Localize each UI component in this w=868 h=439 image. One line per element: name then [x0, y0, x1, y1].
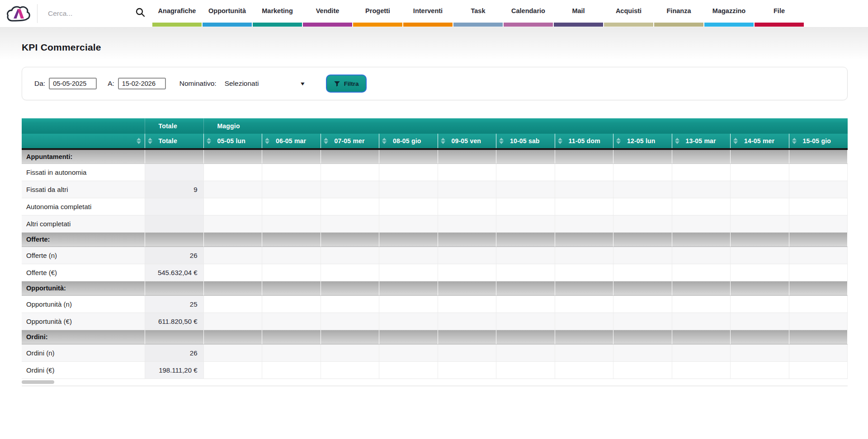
day-cell [672, 198, 731, 215]
column-header-label: 08-05 gio [393, 137, 421, 145]
nav-menu: AnagraficheOpportunitàMarketingVenditePr… [152, 0, 804, 28]
day-cell [789, 163, 848, 181]
column-header-label: 12-05 lun [627, 137, 656, 145]
search-input[interactable] [48, 6, 134, 21]
filtra-button[interactable]: Filtra [326, 75, 367, 93]
kpi-table-container: Totale Maggio Totale 05-05 lun06-05 mar0… [22, 118, 848, 386]
day-cell [789, 215, 848, 232]
day-cell [321, 295, 379, 313]
day-cell [262, 163, 321, 181]
column-header-label: 13-05 mar [686, 137, 716, 145]
nav-item-marketing[interactable]: Marketing [252, 0, 302, 28]
column-header-totale[interactable]: Totale [145, 134, 203, 149]
nav-item-label: Calendario [511, 7, 545, 21]
section-title: Offerte: [22, 232, 145, 247]
day-cell [613, 198, 672, 215]
column-header-06-05-mar[interactable]: 06-05 mar [262, 134, 321, 149]
day-cell [321, 313, 379, 330]
day-cell [613, 344, 672, 361]
nav-divider [37, 4, 38, 23]
day-cell [789, 344, 848, 361]
nominativo-select[interactable]: Selezionati ▼ [225, 79, 305, 88]
section-title: Opportunità: [22, 281, 145, 295]
nav-item-vendite[interactable]: Vendite [302, 0, 353, 28]
nav-item-underline [253, 23, 302, 27]
nav-item-calendario[interactable]: Calendario [503, 0, 553, 28]
nav-item-label: Finanza [667, 7, 691, 21]
nav-item-progetti[interactable]: Progetti [353, 0, 403, 28]
day-cell [321, 181, 379, 198]
nav-item-acquisti[interactable]: Acquisti [604, 0, 654, 28]
totale-value: 545.632,04 € [145, 264, 203, 281]
day-cell [731, 163, 789, 181]
search-icon[interactable] [135, 7, 146, 18]
section-cell [496, 330, 555, 344]
day-cell [496, 181, 555, 198]
nav-item-anagrafiche[interactable]: Anagrafiche [152, 0, 202, 28]
totale-value [145, 163, 203, 181]
sort-icon [733, 138, 738, 144]
totale-value: 26 [145, 247, 203, 264]
day-cell [262, 344, 321, 361]
nav-item-underline [554, 23, 603, 27]
date-from-input[interactable] [49, 78, 97, 89]
horizontal-scrollbar-thumb[interactable] [22, 380, 54, 384]
day-cell [379, 247, 438, 264]
day-cell [672, 313, 731, 330]
day-cell [438, 198, 496, 215]
date-to-input[interactable] [118, 78, 166, 89]
nav-item-task[interactable]: Task [453, 0, 503, 28]
day-cell [438, 181, 496, 198]
table-row-ordini-n: Ordini (n)26 [22, 344, 848, 361]
nav-item-mail[interactable]: Mail [553, 0, 604, 28]
nav-item-magazzino[interactable]: Magazzino [704, 0, 754, 28]
nav-item-label: Interventi [413, 7, 443, 21]
day-cell [262, 181, 321, 198]
column-header-10-05-sab[interactable]: 10-05 sab [496, 134, 555, 149]
day-cell [672, 344, 731, 361]
day-cell [613, 181, 672, 198]
section-cell [731, 281, 789, 295]
column-header-12-05-lun[interactable]: 12-05 lun [613, 134, 672, 149]
day-cell [438, 361, 496, 378]
section-cell [438, 330, 496, 344]
nav-item-finanza[interactable]: Finanza [654, 0, 704, 28]
column-header-13-05-mar[interactable]: 13-05 mar [672, 134, 731, 149]
day-cell [555, 344, 613, 361]
column-header-15-05-gio[interactable]: 15-05 gio [789, 134, 848, 149]
section-cell [262, 232, 321, 247]
column-header-11-05-dom[interactable]: 11-05 dom [555, 134, 613, 149]
row-label: Altri completati [22, 215, 145, 232]
day-cell [731, 295, 789, 313]
section-row-ordini: Ordini: [22, 330, 848, 344]
section-cell [496, 232, 555, 247]
app-logo[interactable] [5, 4, 33, 24]
nav-item-underline [403, 23, 453, 27]
day-cell [496, 198, 555, 215]
nav-item-opportunit[interactable]: Opportunità [202, 0, 252, 28]
nav-item-underline [504, 23, 553, 27]
table-row-fissati-in-autonomia: Fissati in autonomia [22, 163, 848, 181]
totale-value: 9 [145, 181, 203, 198]
column-header-08-05-gio[interactable]: 08-05 gio [379, 134, 438, 149]
day-cell [321, 215, 379, 232]
day-cell [555, 295, 613, 313]
totale-value: 26 [145, 344, 203, 361]
day-cell [555, 264, 613, 281]
column-header-07-05-mer[interactable]: 07-05 mer [321, 134, 379, 149]
column-header-14-05-mer[interactable]: 14-05 mer [731, 134, 789, 149]
nav-item-underline [152, 23, 202, 27]
day-cell [496, 313, 555, 330]
section-cell [496, 281, 555, 295]
column-header-05-05-lun[interactable]: 05-05 lun [203, 134, 262, 149]
day-cell [379, 163, 438, 181]
filtra-button-label: Filtra [344, 80, 359, 87]
column-header-rowlabels[interactable] [22, 134, 145, 149]
day-cell [613, 295, 672, 313]
day-cell [438, 295, 496, 313]
page-content: KPI Commerciale Da: A: Nominativo: Selez… [0, 28, 868, 439]
day-cell [262, 295, 321, 313]
column-header-09-05-ven[interactable]: 09-05 ven [438, 134, 496, 149]
nav-item-interventi[interactable]: Interventi [403, 0, 453, 28]
nav-item-file[interactable]: File [754, 0, 804, 28]
